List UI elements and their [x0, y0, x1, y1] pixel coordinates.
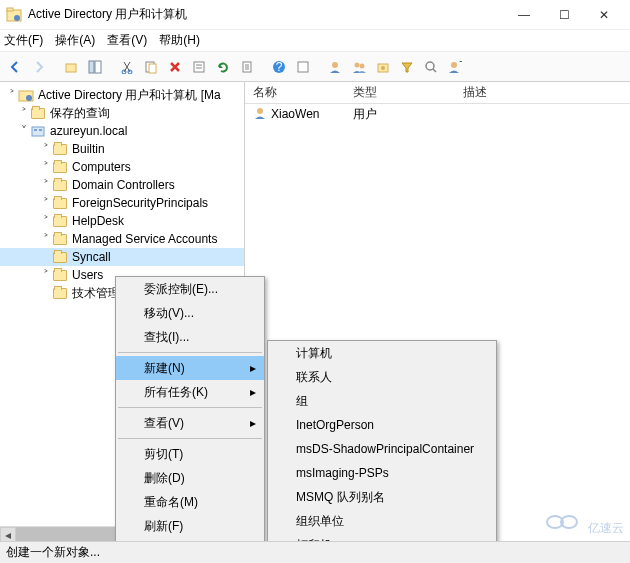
svg-text:+: + [459, 60, 462, 69]
svg-point-2 [14, 15, 20, 21]
tree-domain[interactable]: ˅ azureyun.local [0, 122, 244, 140]
new-contact[interactable]: 联系人 [268, 365, 496, 389]
svg-rect-30 [39, 129, 42, 131]
close-button[interactable]: ✕ [584, 0, 624, 30]
user-icon-button[interactable] [324, 56, 346, 78]
svg-point-27 [26, 95, 32, 101]
show-button[interactable] [84, 56, 106, 78]
svg-rect-3 [66, 64, 76, 72]
svg-line-23 [433, 69, 436, 72]
export-button[interactable] [236, 56, 258, 78]
ctx-all-tasks[interactable]: 所有任务(K)▸ [116, 380, 264, 404]
app-icon [6, 7, 22, 23]
context-menu: 委派控制(E)... 移动(V)... 查找(I)... 新建(N)▸ 所有任务… [115, 276, 265, 563]
menu-view[interactable]: 查看(V) [107, 32, 147, 49]
refresh-button[interactable] [212, 56, 234, 78]
ctx-cut[interactable]: 剪切(T) [116, 442, 264, 466]
new-msimaging[interactable]: msImaging-PSPs [268, 461, 496, 485]
svg-rect-29 [34, 129, 37, 131]
menu-action[interactable]: 操作(A) [55, 32, 95, 49]
list-row[interactable]: XiaoWen 用户 [245, 104, 630, 124]
tree-saved-queries[interactable]: ˃ 保存的查询 [0, 104, 244, 122]
svg-point-31 [257, 108, 263, 114]
forward-button[interactable] [28, 56, 50, 78]
ctx-find[interactable]: 查找(I)... [116, 325, 264, 349]
ctx-new[interactable]: 新建(N)▸ [116, 356, 264, 380]
group-icon-button[interactable] [348, 56, 370, 78]
filter-button[interactable] [396, 56, 418, 78]
svg-point-19 [360, 63, 365, 68]
tree-msa[interactable]: ˃Managed Service Accounts [0, 230, 244, 248]
delete-button[interactable] [164, 56, 186, 78]
submenu-arrow-icon: ▸ [250, 416, 256, 430]
up-button[interactable] [60, 56, 82, 78]
ctx-rename[interactable]: 重命名(M) [116, 490, 264, 514]
svg-text:?: ? [276, 60, 283, 74]
tree-helpdesk[interactable]: ˃HelpDesk [0, 212, 244, 230]
svg-point-18 [355, 62, 360, 67]
tree-builtin[interactable]: ˃Builtin [0, 140, 244, 158]
find-button[interactable] [292, 56, 314, 78]
ctx-delegate[interactable]: 委派控制(E)... [116, 277, 264, 301]
svg-rect-9 [149, 64, 156, 73]
menu-help[interactable]: 帮助(H) [159, 32, 200, 49]
minimize-button[interactable]: — [504, 0, 544, 30]
tree-fsp[interactable]: ˃ForeignSecurityPrincipals [0, 194, 244, 212]
list-header: 名称 类型 描述 [245, 82, 630, 104]
maximize-button[interactable]: ☐ [544, 0, 584, 30]
menubar: 文件(F) 操作(A) 查看(V) 帮助(H) [0, 30, 630, 52]
add-user-button[interactable]: + [444, 56, 466, 78]
status-text: 创建一个新对象... [6, 544, 100, 561]
submenu-new: 计算机 联系人 组 InetOrgPerson msDS-ShadowPrinc… [267, 340, 497, 563]
col-type[interactable]: 类型 [345, 84, 455, 101]
new-ou[interactable]: 组织单位 [268, 509, 496, 533]
ctx-refresh[interactable]: 刷新(F) [116, 514, 264, 538]
copy-button[interactable] [140, 56, 162, 78]
search-button[interactable] [420, 56, 442, 78]
svg-rect-5 [95, 61, 101, 73]
svg-point-22 [426, 62, 434, 70]
titlebar: Active Directory 用户和计算机 — ☐ ✕ [0, 0, 630, 30]
properties-button[interactable] [188, 56, 210, 78]
ctx-view[interactable]: 查看(V)▸ [116, 411, 264, 435]
cut-button[interactable] [116, 56, 138, 78]
svg-rect-1 [7, 8, 13, 11]
toolbar: ? + [0, 52, 630, 82]
svg-rect-4 [89, 61, 94, 73]
new-group[interactable]: 组 [268, 389, 496, 413]
back-button[interactable] [4, 56, 26, 78]
statusbar: 创建一个新对象... [0, 541, 630, 563]
help-button[interactable]: ? [268, 56, 290, 78]
submenu-arrow-icon: ▸ [250, 361, 256, 375]
svg-point-21 [381, 66, 385, 70]
svg-point-24 [451, 62, 457, 68]
new-inetorgperson[interactable]: InetOrgPerson [268, 413, 496, 437]
tree-root[interactable]: ˃ Active Directory 用户和计算机 [Ma [0, 86, 244, 104]
user-icon [253, 106, 267, 123]
ctx-move[interactable]: 移动(V)... [116, 301, 264, 325]
svg-point-17 [332, 62, 338, 68]
menu-file[interactable]: 文件(F) [4, 32, 43, 49]
watermark: 亿速云 [545, 512, 624, 537]
new-msds-shadow[interactable]: msDS-ShadowPrincipalContainer [268, 437, 496, 461]
svg-rect-28 [32, 127, 44, 136]
tree-domain-controllers[interactable]: ˃Domain Controllers [0, 176, 244, 194]
svg-rect-16 [298, 62, 308, 72]
new-computer[interactable]: 计算机 [268, 341, 496, 365]
ctx-delete[interactable]: 删除(D) [116, 466, 264, 490]
col-desc[interactable]: 描述 [455, 84, 495, 101]
svg-rect-10 [194, 62, 204, 72]
col-name[interactable]: 名称 [245, 84, 345, 101]
tree-computers[interactable]: ˃Computers [0, 158, 244, 176]
new-msmq[interactable]: MSMQ 队列别名 [268, 485, 496, 509]
ou-icon-button[interactable] [372, 56, 394, 78]
tree-syncall[interactable]: Syncall [0, 248, 244, 266]
window-title: Active Directory 用户和计算机 [28, 6, 504, 23]
submenu-arrow-icon: ▸ [250, 385, 256, 399]
